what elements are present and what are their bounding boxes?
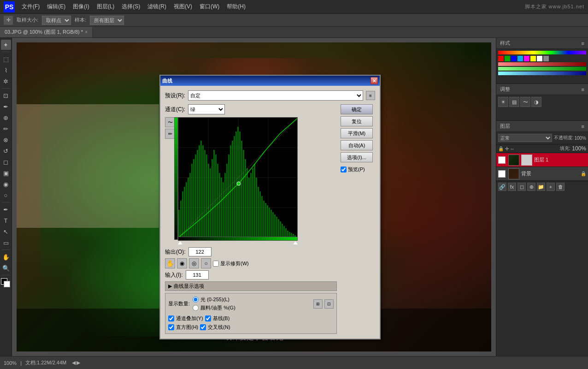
menu-view[interactable]: 视图(V) (171, 1, 195, 12)
grid-icon-2[interactable]: ⊡ (324, 299, 334, 309)
white-point-eyedropper[interactable]: ○ (201, 258, 211, 268)
tool-zoom[interactable]: 🔍 (1, 263, 11, 273)
new-layer-button[interactable]: + (547, 183, 555, 191)
svg-rect-9 (184, 187, 185, 237)
input-input[interactable] (186, 270, 209, 280)
tool-gradient[interactable]: ▣ (1, 168, 11, 178)
tool-magic-wand[interactable]: ✲ (1, 76, 11, 86)
layer-link-button[interactable]: 🔗 (498, 183, 506, 191)
background-color[interactable] (4, 281, 10, 287)
tool-spot-heal[interactable]: ⊕ (1, 113, 11, 123)
layer-row-1[interactable]: 图层 1 (496, 153, 588, 167)
accordion-header[interactable]: ▶ 曲线显示选项 (165, 281, 337, 291)
intersect-checkbox[interactable] (200, 324, 206, 330)
tool-shape[interactable]: ▭ (1, 238, 11, 248)
tool-pen[interactable]: ✒ (1, 204, 11, 214)
prev-doc-button[interactable]: ◀ (72, 360, 76, 366)
white-point-marker[interactable] (293, 241, 298, 244)
histogram-checkbox[interactable] (168, 324, 174, 330)
tool-dodge[interactable]: ○ (1, 190, 11, 200)
tool-path-select[interactable]: ↖ (1, 226, 11, 237)
options-button[interactable]: 选项(I)... (341, 152, 373, 162)
black-point-marker[interactable] (178, 241, 182, 244)
layers-menu-icon[interactable]: ≡ (582, 124, 584, 129)
preset-menu-button[interactable]: ≡ (366, 91, 375, 100)
svg-rect-49 (258, 187, 259, 237)
tool-hand[interactable]: ✋ (1, 252, 11, 262)
tool-lasso[interactable]: ⌇ (1, 65, 11, 75)
visibility-eye-1[interactable] (498, 156, 506, 164)
light-radio[interactable] (193, 297, 199, 303)
tool-move[interactable]: ✦ (1, 40, 11, 50)
layer-folder-button[interactable]: 📁 (537, 183, 545, 191)
tool-crop[interactable]: ⊡ (1, 90, 11, 101)
swatch-magenta[interactable] (524, 56, 529, 61)
auto-button[interactable]: 自动(A) (341, 140, 373, 150)
swatch-yellow[interactable] (530, 56, 536, 61)
swatch-green[interactable] (505, 56, 510, 61)
channel-select[interactable]: 绿 RGB 红 蓝 (188, 104, 225, 114)
menu-image[interactable]: 图像(I) (70, 1, 92, 12)
swatch-gray[interactable] (543, 56, 549, 61)
menu-layer[interactable]: 图层(L) (94, 1, 118, 12)
tab-close-button[interactable]: × (85, 30, 88, 35)
channel-overlay-checkbox[interactable] (168, 315, 174, 321)
menu-filter[interactable]: 滤镜(R) (144, 1, 170, 12)
swatch-blue[interactable] (511, 56, 517, 61)
pigment-radio[interactable] (193, 305, 199, 311)
menu-file[interactable]: 文件(F) (18, 1, 43, 12)
layer-row-bg[interactable]: 背景 🔒 (496, 167, 588, 181)
adj-brightness[interactable]: ☀ (498, 97, 508, 107)
pencil-tool-button[interactable]: ✏ (165, 129, 175, 139)
sample-target-select[interactable]: 所有图层 (90, 16, 124, 25)
baseline-checkbox[interactable] (205, 315, 211, 321)
adj-hue-sat[interactable]: ◑ (531, 97, 541, 107)
clipping-checkbox[interactable] (213, 261, 219, 267)
smooth-button[interactable]: 平滑(M) (341, 128, 373, 138)
svg-rect-24 (212, 159, 213, 237)
layer-adj-button[interactable]: ⊕ (527, 183, 535, 191)
styles-menu-icon[interactable]: ≡ (582, 41, 584, 46)
tool-eraser[interactable]: ◻ (1, 157, 11, 167)
output-input[interactable] (188, 247, 212, 256)
next-doc-button[interactable]: ▶ (76, 360, 80, 366)
menu-select[interactable]: 选择(S) (118, 1, 143, 12)
hand-tool-button[interactable]: ✋ (165, 258, 175, 268)
sample-size-select[interactable]: 取样点 (42, 16, 71, 25)
preset-select[interactable]: 自定 (188, 90, 363, 101)
menu-help[interactable]: 帮助(H) (223, 1, 249, 12)
swatch-cyan[interactable] (517, 56, 523, 61)
ok-button[interactable]: 确定 (341, 104, 373, 114)
swatch-red[interactable] (498, 56, 504, 61)
adj-levels[interactable]: ▤ (509, 97, 519, 107)
reset-button[interactable]: 复位 (341, 116, 373, 126)
adj-curves[interactable]: 〜 (520, 97, 530, 107)
blend-mode-select[interactable]: 正常 (498, 134, 552, 142)
preview-checkbox[interactable] (341, 167, 347, 173)
curve-tool-button[interactable]: 〜 (165, 117, 175, 127)
layer-mask-button[interactable]: ◻ (517, 183, 526, 191)
layer-fx-button[interactable]: fx (508, 183, 516, 191)
tool-history-brush[interactable]: ↺ (1, 146, 11, 156)
tool-text[interactable]: T (1, 215, 11, 226)
adj-menu-icon[interactable]: ≡ (582, 87, 584, 92)
delete-layer-button[interactable]: 🗑 (556, 183, 564, 191)
gray-point-eyedropper[interactable]: ◎ (189, 258, 199, 268)
black-point-eyedropper[interactable]: ◉ (177, 258, 187, 268)
menu-window[interactable]: 窗口(W) (196, 1, 223, 12)
tool-brush[interactable]: ✏ (1, 124, 11, 134)
light-radio-label: 光 (0-255)(L) (193, 296, 235, 303)
tool-marquee[interactable]: ⬚ (1, 54, 11, 64)
display-options: 显示数量: 光 (0-255)(L) 颜料/油墨 %(G (168, 296, 334, 331)
tool-blur[interactable]: ◉ (1, 179, 11, 189)
grid-icon-1[interactable]: ⊞ (313, 299, 323, 309)
curves-chart[interactable] (178, 117, 298, 237)
visibility-eye-bg[interactable] (498, 170, 506, 178)
dialog-close-button[interactable]: ✕ (370, 77, 378, 84)
swatch-white[interactable] (537, 56, 542, 61)
document-tab[interactable]: 03.JPG @ 100% (图层 1, RGB/8) * × (0, 27, 93, 37)
accordion-arrow: ▶ (168, 283, 172, 289)
tool-clone[interactable]: ⊗ (1, 135, 11, 145)
tool-eyedropper[interactable]: ✒ (1, 101, 11, 112)
menu-edit[interactable]: 编辑(E) (44, 1, 69, 12)
